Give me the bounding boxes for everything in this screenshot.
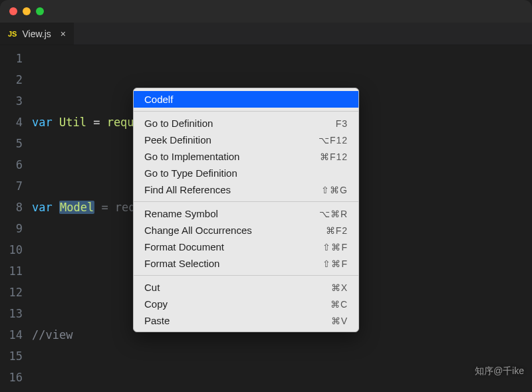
context-menu-separator — [134, 111, 358, 112]
window-minimize-button[interactable] — [23, 7, 31, 15]
context-menu-separator — [134, 201, 358, 202]
line-number: 3 — [0, 90, 23, 112]
context-menu-shortcut: ⌘C — [331, 299, 348, 310]
watermark-text: 知序@千ike — [475, 365, 524, 377]
context-menu-item[interactable]: Rename Symbol⌥⌘R — [134, 205, 358, 222]
context-menu-shortcut: ⌘V — [331, 316, 348, 326]
line-number: 10 — [0, 239, 23, 260]
context-menu-label: Go to Implementation — [144, 151, 239, 162]
context-menu-label: Codelf — [144, 94, 173, 105]
context-menu-item[interactable]: Codelf — [134, 91, 358, 108]
context-menu-label: Cut — [144, 282, 160, 293]
context-menu-item[interactable]: Format Selection⇧⌘F — [134, 255, 358, 272]
js-file-icon: JS — [8, 30, 17, 38]
line-number-gutter: 12345678910111213141516 — [0, 45, 32, 392]
context-menu-label: Rename Symbol — [144, 208, 218, 219]
line-number: 7 — [0, 175, 23, 197]
window-maximize-button[interactable] — [36, 7, 44, 15]
line-number: 8 — [0, 197, 23, 218]
line-number: 15 — [0, 345, 23, 367]
editor-tabbar: JS View.js × — [0, 23, 532, 45]
context-menu-item[interactable]: Go to Type Definition — [134, 165, 358, 181]
context-menu-label: Find All References — [144, 184, 231, 195]
context-menu-shortcut: ⌘F12 — [320, 151, 348, 162]
line-number: 11 — [0, 260, 23, 282]
line-number: 2 — [0, 69, 23, 90]
context-menu-label: Format Selection — [144, 258, 219, 269]
tab-close-icon[interactable]: × — [61, 29, 66, 39]
line-number: 9 — [0, 218, 23, 239]
line-number: 4 — [0, 112, 23, 133]
window-titlebar — [0, 0, 532, 23]
context-menu-item[interactable]: Format Document⇧⌘F — [134, 239, 358, 255]
line-number: 6 — [0, 154, 23, 175]
context-menu-label: Go to Type Definition — [144, 167, 237, 179]
selected-token-model[interactable]: Model — [59, 201, 94, 214]
line-number: 14 — [0, 324, 23, 345]
context-menu-shortcut: ⌘F2 — [326, 225, 348, 236]
context-menu-item[interactable]: Go to Implementation⌘F12 — [134, 148, 358, 165]
context-menu-label: Paste — [144, 315, 170, 326]
line-number: 1 — [0, 48, 23, 69]
context-menu-shortcut: ⇧⌘G — [321, 185, 348, 195]
context-menu-label: Peek Definition — [144, 134, 211, 146]
context-menu-item[interactable]: Paste⌘V — [134, 312, 358, 329]
context-menu-item[interactable]: Copy⌘C — [134, 296, 358, 312]
context-menu-shortcut: ⌘X — [331, 282, 348, 293]
context-menu-item[interactable]: Cut⌘X — [134, 279, 358, 296]
context-menu-item[interactable]: Peek Definition⌥F12 — [134, 132, 358, 148]
code-line[interactable]: var els — [32, 388, 532, 392]
line-number: 16 — [0, 367, 23, 388]
context-menu-shortcut: ⇧⌘F — [323, 258, 348, 269]
context-menu-shortcut: F3 — [336, 118, 348, 129]
context-menu-shortcut: ⌥⌘R — [319, 209, 348, 219]
context-menu-shortcut: ⌥F12 — [319, 135, 348, 146]
tab-title: View.js — [22, 29, 51, 39]
context-menu-label: Copy — [144, 298, 168, 310]
context-menu-item[interactable]: Change All Occurrences⌘F2 — [134, 222, 358, 239]
context-menu-label: Change All Occurrences — [144, 225, 252, 236]
context-menu-item[interactable]: Go to DefinitionF3 — [134, 115, 358, 132]
line-number: 12 — [0, 282, 23, 303]
context-menu-shortcut: ⇧⌘F — [323, 242, 348, 252]
line-number: 13 — [0, 303, 23, 324]
window-close-button[interactable] — [9, 7, 17, 15]
editor-context-menu[interactable]: CodelfGo to DefinitionF3Peek Definition⌥… — [133, 88, 359, 332]
tab-view-js[interactable]: JS View.js × — [0, 23, 74, 45]
context-menu-label: Format Document — [144, 241, 224, 252]
context-menu-separator — [134, 275, 358, 276]
context-menu-label: Go to Definition — [144, 118, 213, 129]
line-number: 5 — [0, 133, 23, 154]
context-menu-item[interactable]: Find All References⇧⌘G — [134, 181, 358, 198]
